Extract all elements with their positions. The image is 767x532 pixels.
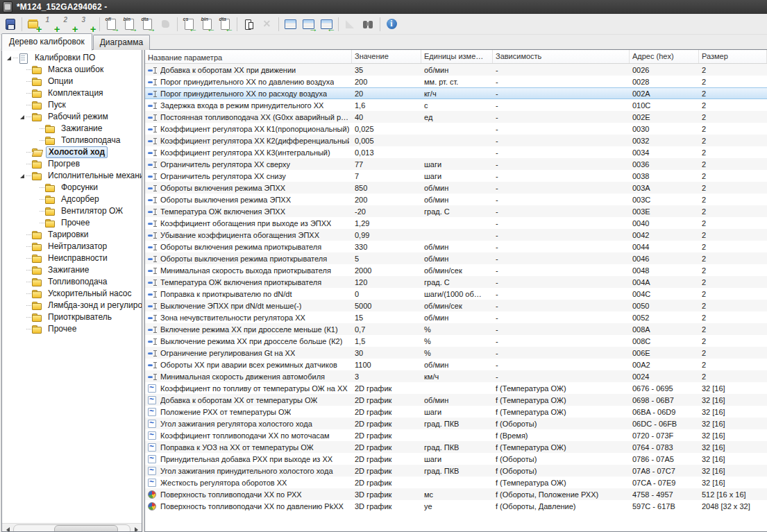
parameter-value: 7 (352, 172, 421, 180)
table-row[interactable]: Коэффициент регулятора XX К1(пропорциона… (145, 123, 767, 135)
export-dta-button[interactable]: dta (139, 16, 156, 33)
table-row[interactable]: Выключение ЭПХХ при dN/dt меньше(-)5000о… (145, 300, 767, 311)
parameter-address: 002A (630, 89, 699, 98)
chip-button[interactable] (240, 16, 258, 33)
table-row[interactable]: Коэффициент обогащения при выходе из ЭПХ… (145, 217, 767, 229)
scrollbar-track[interactable] (13, 524, 130, 532)
tree-item[interactable]: Зажигание (2, 123, 142, 135)
table-row[interactable]: Угол зажигания регулятора холостого хода… (145, 418, 767, 429)
table-row[interactable]: Обороты включения режима ЭПХХ850об/мин-0… (145, 182, 767, 194)
table-row[interactable]: Ограничитель регулятора XX сверху77шаги-… (145, 158, 767, 170)
tree-item[interactable]: Ускорительный насос (2, 288, 142, 300)
tree-item[interactable]: Адсорбер (2, 194, 142, 205)
import-cs-button[interactable]: cs (180, 16, 198, 33)
table-row[interactable]: Включение режима XX при дросселе меньше … (145, 323, 767, 335)
parameters-table-panel: Название параметраЗначениеЕдиницы изме…З… (144, 49, 767, 532)
tab-calibration-tree[interactable]: Дерево калибровок (1, 33, 92, 51)
add-3d-map-button[interactable]: 3 (79, 16, 96, 33)
table-row[interactable]: Ограничение регулирования Gt на XX30%-00… (145, 347, 767, 359)
table-row[interactable]: Постоянная топливоподача XX (G0xx аварий… (145, 111, 767, 123)
table-import-button[interactable] (318, 16, 335, 33)
tree-item[interactable]: Прочее (2, 323, 142, 335)
expand-toggle-icon[interactable] (18, 174, 26, 178)
column-header[interactable]: Зависимость (493, 50, 630, 63)
table-row[interactable]: Обороты XX при аварии всех режимных датч… (145, 359, 767, 370)
table-row[interactable]: Жесткость регулятора оборотов XX2D графи… (145, 477, 767, 488)
table-row[interactable]: Угол зажигания принудительного холостого… (145, 465, 767, 477)
tree-item[interactable]: Тарировки (2, 229, 142, 241)
tree-item[interactable]: Прочее (2, 217, 142, 229)
tree-item[interactable]: Топливоподача (2, 135, 142, 146)
table-row[interactable]: Коэффициент регулятора XX К3(интегральны… (145, 146, 767, 158)
export-bin-button[interactable]: bin (121, 16, 138, 33)
tree-item[interactable]: Зажигание (2, 264, 142, 276)
table-row[interactable]: Поправка к УОЗ на XX от температуры ОЖ2D… (145, 441, 767, 453)
scroll-left-arrow-icon[interactable] (2, 524, 13, 532)
table-row[interactable]: Обороты выключения режима приоткрывателя… (145, 252, 767, 264)
table-row[interactable]: Температура ОЖ включения приоткрывателя1… (145, 276, 767, 288)
tree-item[interactable]: Приоткрыватель (2, 311, 142, 323)
tree-item[interactable]: Вентилятор ОЖ (2, 205, 142, 217)
export-ofi-button[interactable]: ofi (103, 16, 120, 33)
column-header[interactable]: Единицы изме… (421, 50, 493, 63)
table-row[interactable]: Добавка к оборотам XX от температуры ОЖ2… (145, 394, 767, 406)
table-row[interactable]: Поверхность топливоподачи XX по РХХ3D гр… (145, 488, 767, 500)
table-row[interactable]: Минимальная скорость движения автомобиля… (145, 370, 767, 382)
tree-item[interactable]: Исполнительные механиз (2, 170, 142, 182)
table-row[interactable]: Выключение режима XX при дросселе больше… (145, 335, 767, 347)
table-row[interactable]: Порог принудительного XX по расходу возд… (145, 87, 767, 99)
expand-toggle-icon[interactable] (18, 115, 26, 119)
tree-item[interactable]: Опции (2, 76, 142, 87)
table-row[interactable]: Задержка входа в режим принудительного X… (145, 99, 767, 111)
column-header[interactable]: Размер (699, 50, 767, 63)
tree-item[interactable]: Калибровки ПО (2, 52, 142, 64)
column-header[interactable]: Значение (352, 50, 421, 63)
table-row[interactable]: Положение РХХ от температуры ОЖ2D график… (145, 406, 767, 418)
table-row[interactable]: Минимальная скорость выхода приоткрывате… (145, 264, 767, 276)
table-row[interactable]: Убывание коэффициента обогащения ЭПХХ0,9… (145, 229, 767, 241)
table-row[interactable]: Зона нечувствительности регулятора XX15о… (145, 311, 767, 323)
table-export-button[interactable] (300, 16, 317, 33)
tree-item[interactable]: Пуск (2, 99, 142, 111)
table-row[interactable]: Температура ОЖ включения ЭПХХ-20град. С-… (145, 205, 767, 217)
table-row[interactable]: Обороты выключения режима ЭПХХ200об/мин-… (145, 194, 767, 205)
tree-item[interactable]: Прогрев (2, 158, 142, 170)
table-view-button[interactable] (282, 16, 299, 33)
expand-toggle-icon[interactable] (5, 56, 13, 60)
tree-item[interactable]: Маска ошибок (2, 64, 142, 76)
tree-item[interactable]: Форсунки (2, 182, 142, 194)
scroll-right-arrow-icon[interactable] (130, 524, 142, 532)
tree-item[interactable]: Нейтрализатор (2, 241, 142, 252)
add-2d-map-button[interactable]: 2 (61, 16, 78, 33)
tree-item[interactable]: Холостой ход (2, 146, 142, 158)
tab-diagram[interactable]: Диаграмма (93, 35, 150, 50)
info-button[interactable] (383, 16, 401, 33)
table-row[interactable]: Поправка к приоткрывателю по dN/dt0шаги/… (145, 288, 767, 300)
table-row[interactable]: Принудительная добавка РХХ при выходе из… (145, 453, 767, 465)
import-dta-button[interactable]: dta (217, 16, 234, 33)
tree-item[interactable]: Лямбда-зонд и регулиров (2, 300, 142, 311)
search-button[interactable] (360, 16, 377, 33)
table-row[interactable]: Коэффициент топливоподачи XX по моточаса… (145, 429, 767, 441)
graph-2d-icon (148, 443, 158, 452)
tree-item[interactable]: Комплектация (2, 87, 142, 99)
add-1d-map-button[interactable]: 1 (43, 16, 60, 33)
tree-horizontal-scrollbar[interactable] (2, 523, 142, 532)
table-row[interactable]: Коэффициент регулятора XX К2(дифференциа… (145, 135, 767, 146)
table-row[interactable]: Обороты включения режима приоткрывателя3… (145, 241, 767, 252)
scrollbar-thumb[interactable] (54, 525, 118, 532)
column-header[interactable]: Адрес (hex) (630, 50, 699, 63)
tree-item[interactable]: Неисправности (2, 252, 142, 264)
table-row[interactable]: Поверхность топливоподачи XX по давлению… (145, 500, 767, 512)
tree-item[interactable]: Топливоподача (2, 276, 142, 288)
table-row[interactable]: Добавка к оборотам XX при движении35об/м… (145, 64, 767, 76)
tree-item[interactable]: Рабочий режим (2, 111, 142, 123)
table-row[interactable]: Ограничитель регулятора XX снизу7шаги-00… (145, 170, 767, 182)
column-header[interactable]: Название параметра (145, 50, 352, 63)
table-row[interactable]: Коэффициент по топливу от температуры ОЖ… (145, 382, 767, 394)
add-folder-button[interactable] (25, 16, 42, 33)
tree-item-label: Лямбда-зонд и регулиров (46, 300, 142, 311)
save-button[interactable] (1, 16, 19, 33)
table-row[interactable]: Порог принудительного XX по давлению воз… (145, 76, 767, 87)
import-bin-button[interactable]: bin (199, 16, 216, 33)
